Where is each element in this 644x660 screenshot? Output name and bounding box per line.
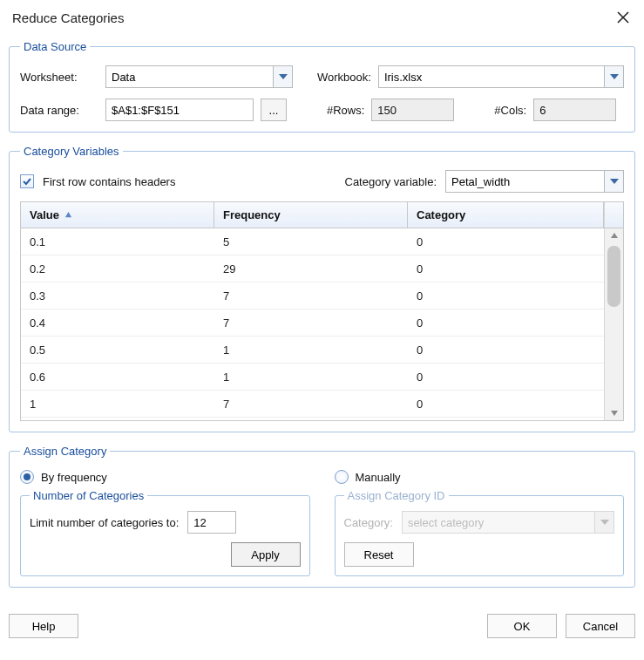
table-row[interactable]: 0.2290 bbox=[21, 255, 604, 282]
svg-marker-2 bbox=[279, 74, 288, 79]
scroll-up-button[interactable] bbox=[605, 228, 623, 242]
title-bar: Reduce Categories bbox=[0, 0, 644, 33]
cell-frequency: 7 bbox=[214, 398, 408, 411]
table-header: Value Frequency Category bbox=[21, 202, 623, 228]
workbook-select[interactable] bbox=[378, 65, 624, 88]
cell-category: 0 bbox=[408, 344, 604, 357]
number-of-categories-legend: Number of Categories bbox=[30, 489, 147, 502]
ok-button[interactable]: OK bbox=[487, 614, 557, 638]
chevron-down-icon bbox=[279, 72, 288, 81]
rows-value bbox=[372, 99, 453, 120]
category-table: Value Frequency Category 0.1500.22900.37… bbox=[20, 201, 624, 421]
cell-category: 0 bbox=[408, 289, 604, 303]
scroll-thumb[interactable] bbox=[607, 246, 620, 307]
workbook-value[interactable] bbox=[379, 66, 604, 87]
cell-value: 0.3 bbox=[21, 289, 214, 303]
category-id-dropdown-button bbox=[594, 512, 613, 533]
table-row[interactable]: 0.150 bbox=[21, 228, 604, 255]
category-variable-label: Category variable: bbox=[345, 175, 437, 188]
cell-value: 0.1 bbox=[21, 235, 214, 248]
cell-category: 0 bbox=[408, 398, 604, 411]
rows-input bbox=[371, 99, 454, 121]
col-header-category[interactable]: Category bbox=[408, 202, 604, 228]
chevron-down-icon bbox=[600, 518, 609, 527]
category-variable-value[interactable] bbox=[446, 171, 604, 192]
limit-input[interactable] bbox=[187, 511, 236, 534]
category-id-placeholder: select category bbox=[403, 516, 594, 529]
category-variable-select[interactable] bbox=[445, 170, 624, 193]
cell-value: 0.2 bbox=[21, 262, 214, 276]
limit-label: Limit number of categories to: bbox=[30, 516, 179, 529]
chevron-down-icon bbox=[610, 177, 619, 186]
svg-marker-5 bbox=[65, 212, 71, 217]
cell-value: 0.5 bbox=[21, 344, 214, 357]
chevron-down-icon bbox=[610, 409, 619, 418]
radio-manually[interactable]: Manually bbox=[335, 470, 625, 484]
apply-button[interactable]: Apply bbox=[231, 542, 301, 567]
table-row[interactable]: 0.470 bbox=[21, 310, 604, 337]
radio-icon bbox=[20, 470, 34, 484]
category-id-select: select category bbox=[402, 511, 614, 534]
cell-category: 0 bbox=[408, 235, 604, 248]
cancel-button[interactable]: Cancel bbox=[566, 614, 635, 638]
cell-frequency: 7 bbox=[214, 289, 408, 303]
worksheet-value[interactable] bbox=[106, 66, 273, 87]
col-header-frequency[interactable]: Frequency bbox=[214, 202, 408, 228]
data-range-input[interactable] bbox=[105, 99, 254, 121]
cell-category: 0 bbox=[408, 316, 604, 330]
col-header-value[interactable]: Value bbox=[21, 202, 214, 228]
cell-frequency: 7 bbox=[214, 316, 408, 330]
category-variables-legend: Category Variables bbox=[20, 145, 123, 158]
cell-category: 0 bbox=[408, 262, 604, 276]
sort-asc-icon bbox=[64, 211, 72, 219]
first-row-headers-checkbox[interactable] bbox=[20, 174, 34, 188]
cell-frequency: 5 bbox=[214, 235, 408, 248]
data-range-value[interactable] bbox=[106, 99, 253, 120]
cols-input bbox=[533, 99, 616, 121]
assign-category-id-legend: Assign Category ID bbox=[344, 489, 449, 502]
table-row[interactable]: 170 bbox=[21, 391, 604, 418]
cols-label: #Cols: bbox=[494, 104, 526, 117]
data-range-browse-button[interactable]: ... bbox=[261, 99, 287, 121]
worksheet-dropdown-button[interactable] bbox=[273, 66, 292, 87]
help-button[interactable]: Help bbox=[9, 614, 78, 638]
table-scrollbar[interactable] bbox=[604, 228, 623, 420]
worksheet-select[interactable] bbox=[105, 65, 293, 88]
workbook-dropdown-button[interactable] bbox=[604, 66, 623, 87]
category-variable-dropdown-button[interactable] bbox=[604, 171, 623, 192]
chevron-down-icon bbox=[610, 72, 619, 81]
svg-marker-7 bbox=[611, 411, 618, 416]
data-range-label: Data range: bbox=[20, 104, 98, 117]
svg-marker-8 bbox=[600, 520, 609, 525]
table-row[interactable]: 0.510 bbox=[21, 337, 604, 364]
close-button[interactable] bbox=[614, 9, 632, 26]
table-body: 0.1500.22900.3700.4700.5100.610170 bbox=[21, 228, 604, 420]
radio-by-frequency[interactable]: By frequency bbox=[20, 470, 310, 484]
chevron-up-icon bbox=[610, 231, 619, 240]
radio-icon bbox=[335, 470, 349, 484]
category-variables-group: Category Variables First row contains he… bbox=[9, 145, 635, 432]
assign-category-group: Assign Category By frequency Number of C… bbox=[9, 445, 635, 588]
rows-label: #Rows: bbox=[327, 104, 364, 117]
table-row[interactable]: 0.610 bbox=[21, 364, 604, 391]
assign-category-legend: Assign Category bbox=[20, 445, 110, 458]
assign-category-id-group: Assign Category ID Category: select cate… bbox=[335, 489, 625, 576]
dialog-footer: Help OK Cancel bbox=[0, 609, 644, 647]
close-icon bbox=[616, 10, 630, 24]
category-id-label: Category: bbox=[344, 516, 393, 529]
table-row[interactable]: 0.370 bbox=[21, 282, 604, 310]
check-icon bbox=[22, 176, 32, 187]
worksheet-label: Worksheet: bbox=[20, 71, 98, 84]
cell-frequency: 1 bbox=[214, 371, 408, 384]
scroll-down-button[interactable] bbox=[605, 406, 623, 420]
cell-value: 0.4 bbox=[21, 316, 214, 330]
data-source-group: Data Source Worksheet: Workbook: Data ra… bbox=[9, 40, 635, 133]
svg-marker-4 bbox=[610, 179, 619, 184]
cell-category: 0 bbox=[408, 371, 604, 384]
reset-button[interactable]: Reset bbox=[344, 542, 414, 567]
svg-marker-3 bbox=[610, 74, 619, 79]
svg-marker-6 bbox=[611, 233, 618, 238]
cell-value: 0.6 bbox=[21, 371, 214, 384]
cell-value: 1 bbox=[21, 398, 214, 411]
workbook-label: Workbook: bbox=[317, 71, 371, 84]
